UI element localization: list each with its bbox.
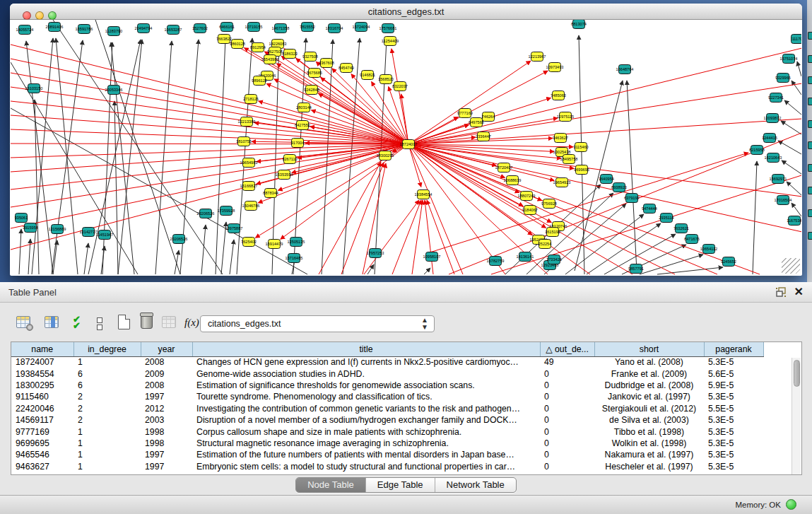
graph-node[interactable]: 17576681 (379, 24, 397, 33)
table-cell[interactable]: 22420046 (11, 403, 73, 414)
graph-node[interactable]: 12142737 (80, 228, 98, 237)
table-cell[interactable]: 2 (73, 403, 141, 414)
table-cell[interactable]: 5.3E-5 (704, 356, 763, 368)
table-cell[interactable]: Embryonic stem cells: a model to study s… (192, 461, 540, 472)
graph-node[interactable]: 15751074 (780, 54, 798, 64)
table-cell[interactable]: Tourette syndrome. Phenomenology and cla… (192, 391, 540, 402)
table-cell[interactable]: 0 (540, 391, 594, 402)
graph-node[interactable]: 18316704 (326, 24, 343, 33)
float-panel-icon[interactable] (775, 287, 787, 298)
table-cell[interactable]: 0 (540, 461, 594, 472)
table-cell[interactable]: 2 (73, 414, 141, 426)
graph-node[interactable]: 12213383 (238, 117, 256, 127)
graph-node[interactable]: 8471676 (684, 235, 700, 244)
table-cell[interactable]: 2012 (141, 403, 192, 414)
table-cell[interactable]: 6 (73, 380, 141, 391)
graph-node[interactable]: 8878344 (263, 189, 278, 198)
table-cell[interactable]: Yano et al. (2008) (594, 356, 704, 368)
graph-node[interactable]: 10654112 (700, 245, 717, 254)
graph-node[interactable]: 18720407 (495, 163, 513, 173)
table-cell[interactable]: Estimation of significance thresholds fo… (192, 380, 540, 391)
graph-node[interactable]: 9756928 (541, 199, 557, 209)
graph-node[interactable]: 6466161 (219, 23, 235, 32)
graph-node[interactable]: 10653287 (165, 25, 182, 35)
window-titlebar[interactable]: citations_edges.txt (10, 4, 802, 20)
graph-node[interactable]: 2935114 (659, 214, 673, 223)
graph-node[interactable]: 2367608 (319, 59, 334, 68)
table-cell[interactable]: 6 (73, 368, 141, 379)
table-row[interactable]: 977716911998Corpus callosum shape and si… (11, 426, 763, 437)
table-cell[interactable]: 9777169 (11, 426, 73, 437)
table-cell[interactable]: 1998 (141, 426, 192, 437)
graph-node[interactable]: 15692971 (770, 175, 787, 184)
graph-node[interactable]: 9267110 (282, 155, 297, 164)
table-cell[interactable]: 1 (73, 356, 141, 368)
table-cell[interactable]: 1 (73, 449, 141, 460)
graph-node[interactable]: 7625402 (241, 238, 257, 247)
graph-node[interactable]: 5675685 (307, 69, 322, 78)
table-cell[interactable]: 14569117 (11, 414, 73, 426)
table-cell[interactable]: Disruption of a novel member of a sodium… (192, 414, 540, 426)
graph-node[interactable]: 8215958 (749, 146, 765, 155)
graph-node[interactable]: 9474444 (642, 204, 657, 214)
table-cell[interactable]: 5.3E-5 (704, 438, 763, 449)
graph-node[interactable]: 16543982 (261, 55, 279, 64)
table-row[interactable]: 969969511998Structural magnetic resonanc… (11, 438, 763, 449)
graph-node[interactable]: 2336447 (476, 132, 491, 141)
graph-node[interactable]: 20206526 (170, 235, 188, 244)
column-header-in_degree[interactable]: in_degree (73, 342, 141, 356)
close-panel-icon[interactable]: ✕ (794, 285, 804, 298)
table-cell[interactable]: 9463627 (11, 461, 73, 472)
table-row[interactable]: 2242004622012Investigating the contribut… (11, 403, 763, 414)
table-cell[interactable]: 2008 (141, 356, 192, 368)
table-cell[interactable]: 1997 (141, 449, 192, 460)
graph-node[interactable]: 9227341 (768, 93, 784, 103)
tab-edge-table[interactable]: Edge Table (366, 478, 435, 492)
column-header-year[interactable]: year (141, 342, 192, 356)
table-cell[interactable]: 19384554 (11, 368, 73, 379)
column-header-title[interactable]: title (192, 342, 540, 356)
graph-node[interactable]: 1167534 (787, 216, 801, 226)
graph-node[interactable]: 26103150 (25, 84, 43, 93)
graph-node[interactable]: 7485063 (551, 91, 566, 100)
graph-node[interactable]: 9245652 (721, 257, 736, 267)
table-cell[interactable]: 5.3E-5 (704, 426, 763, 437)
table-cell[interactable]: Dudbridge et al. (2008) (594, 380, 704, 391)
table-cell[interactable]: Structural magnetic resonance image aver… (192, 438, 540, 449)
table-cell[interactable]: 1 (73, 461, 141, 472)
graph-node[interactable]: 16782759 (487, 257, 505, 266)
graph-node[interactable]: 19384554 (415, 190, 433, 199)
graph-node[interactable]: 1527602 (192, 24, 208, 33)
graph-node[interactable]: 6379197 (624, 194, 640, 203)
graph-node[interactable]: 12505135 (288, 238, 305, 247)
graph-node[interactable]: 2718126 (243, 95, 259, 104)
graph-node[interactable]: 20891406 (46, 23, 64, 32)
table-cell[interactable]: 9699695 (11, 438, 73, 449)
graph-node[interactable]: 16210643 (765, 153, 782, 163)
graph-node[interactable]: 23206526 (197, 209, 215, 218)
graph-node[interactable]: 9242848 (304, 86, 319, 95)
graph-node[interactable]: 9860128 (230, 40, 245, 49)
table-cell[interactable]: 0 (540, 438, 594, 449)
table-cell[interactable]: Wolkin et al. (1998) (594, 438, 704, 449)
graph-node[interactable]: 6497568 (469, 118, 484, 127)
table-row[interactable]: 1872400712008Changes of HCN gene express… (11, 356, 763, 368)
graph-node[interactable]: 18724007 (400, 140, 418, 149)
graph-node[interactable]: 9857791 (628, 264, 644, 274)
table-cell[interactable]: 2 (73, 391, 141, 402)
graph-node[interactable]: 252254 (539, 240, 552, 249)
table-cell[interactable]: 2009 (141, 368, 192, 379)
graph-node[interactable]: 8454749 (339, 64, 354, 73)
row-height-icon[interactable] (97, 317, 102, 332)
table-cell[interactable]: 5.3E-5 (704, 391, 763, 402)
table-cell[interactable]: 0 (540, 403, 594, 414)
table-cell[interactable]: 1997 (141, 391, 192, 402)
table-cell[interactable]: 0 (540, 368, 594, 379)
new-column-icon[interactable] (118, 315, 130, 329)
graph-node[interactable]: 12156869 (49, 225, 66, 234)
graph-node[interactable]: 2803144 (296, 103, 312, 112)
table-row[interactable]: 946554611997Estimation of the future num… (11, 449, 763, 460)
graph-node[interactable]: 10958107 (423, 252, 441, 262)
table-row[interactable]: 1456911722003Disruption of a novel membe… (11, 414, 763, 426)
graph-node[interactable]: 1615192 (545, 228, 560, 237)
